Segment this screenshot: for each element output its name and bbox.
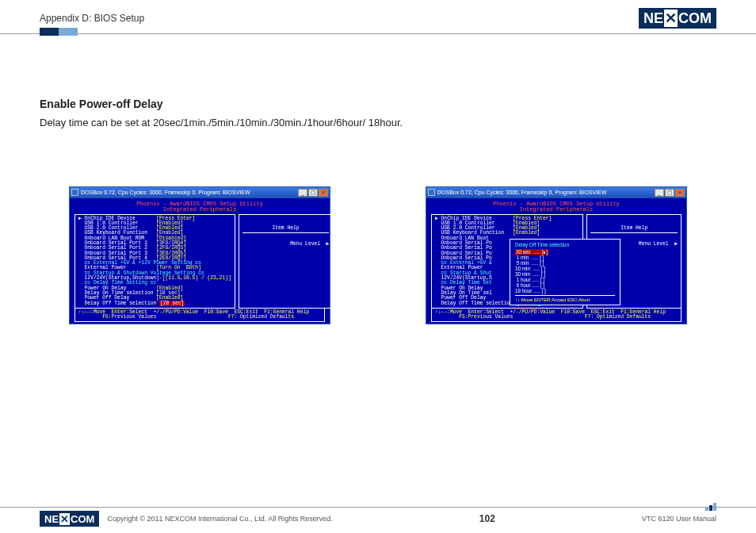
dosbox-title: DOSBox 0.72, Cpu Cycles: 3000, Frameskip…	[81, 190, 250, 195]
nexcom-logo: NE✕COM	[639, 8, 716, 29]
close-button[interactable]: ×	[675, 189, 685, 197]
minimize-button[interactable]: _	[655, 189, 664, 197]
maximize-button[interactable]: ▢	[665, 189, 674, 197]
page-footer: NE✕COM Copyright © 2011 NEXCOM Internati…	[0, 507, 756, 527]
nexcom-logo-footer: NE✕COM	[40, 511, 99, 527]
bios-help-panel: Item Help Menu Level ▶	[239, 214, 334, 309]
close-button[interactable]: ×	[319, 189, 328, 197]
screenshot-row: DOSBox 0.72, Cpu Cycles: 3000, Frameskip…	[40, 186, 716, 325]
bios-settings-panel[interactable]: ▶ OnChip IDE Device [Press Enter] USB 1.…	[74, 214, 235, 309]
svg-rect-0	[705, 508, 708, 511]
bios-screenshot-right: DOSBox 0.72, Cpu Cycles: 3000, Frameskip…	[426, 186, 687, 325]
copyright-text: Copyright © 2011 NEXCOM International Co…	[107, 515, 332, 523]
dosbox-app-icon	[428, 189, 435, 196]
svg-rect-1	[709, 505, 712, 511]
appendix-title: Appendix D: BIOS Setup	[40, 13, 144, 24]
dosbox-title: DOSBox 0.72, Cpu Cycles: 3000, Frameskip…	[437, 190, 607, 195]
footer-deco-icon	[705, 503, 716, 511]
bios-key-hints: ↑↓←→:Move Enter:Select +/-/PU/PD:Value F…	[74, 309, 325, 323]
bios-key-hints: ↑↓←→:Move Enter:Select +/-/PU/PD:Value F…	[431, 309, 682, 323]
bios-screenshot-left: DOSBox 0.72, Cpu Cycles: 3000, Frameskip…	[69, 186, 330, 325]
minimize-button[interactable]: _	[298, 189, 307, 197]
svg-rect-2	[713, 503, 716, 511]
section-title: Enable Power-off Delay	[40, 98, 716, 110]
content-area: Enable Power-off Delay Delay time can be…	[0, 34, 756, 340]
doc-name: VTC 6120 User Manual	[642, 515, 716, 523]
window-titlebar: DOSBox 0.72, Cpu Cycles: 3000, Frameskip…	[70, 187, 330, 198]
maximize-button[interactable]: ▢	[308, 189, 318, 197]
bios-utility-title: Phoenix - AwardBIOS CMOS Setup Utility I…	[74, 201, 325, 213]
header-tab-deco	[40, 28, 78, 36]
dosbox-app-icon	[71, 189, 78, 196]
delay-off-popup[interactable]: Delay Off Time selection20 sec ..... [∎]…	[510, 239, 620, 305]
logo-x-icon: ✕	[664, 10, 678, 27]
bios-utility-title: Phoenix - AwardBIOS CMOS Setup Utility I…	[431, 201, 682, 213]
section-desc: Delay time can be set at 20sec/1min./5mi…	[40, 115, 404, 131]
page-number: 102	[479, 513, 495, 524]
window-titlebar: DOSBox 0.72, Cpu Cycles: 3000, Frameskip…	[426, 187, 686, 198]
page-header: Appendix D: BIOS Setup NE✕COM	[0, 0, 756, 34]
logo-x-icon: ✕	[59, 513, 70, 525]
